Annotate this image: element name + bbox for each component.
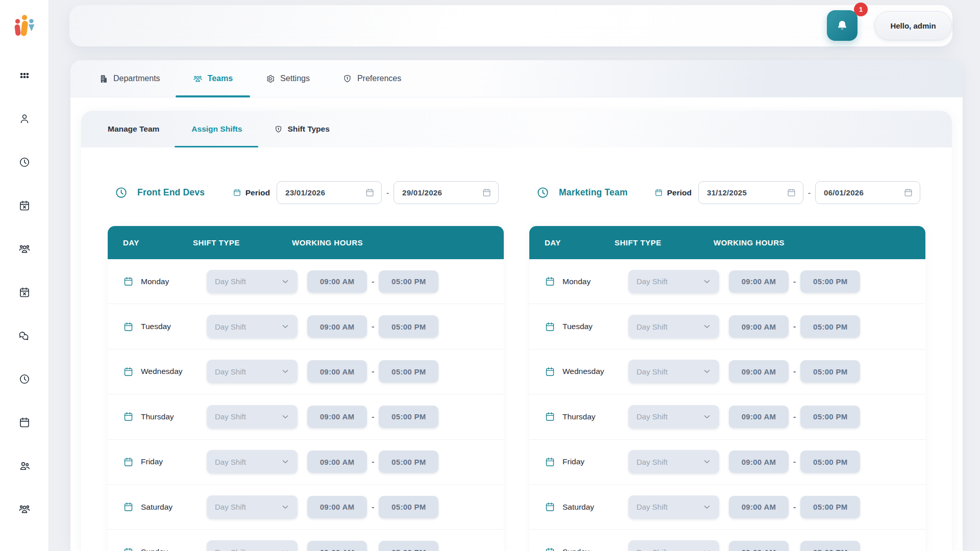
time-end-input[interactable]: 05:00 PM	[379, 270, 438, 293]
time-end-input[interactable]: 05:00 PM	[379, 406, 438, 428]
time-start-input[interactable]: 09:00 AM	[307, 450, 367, 473]
time-start-input[interactable]: 09:00 AM	[729, 496, 789, 518]
subtab-shift-types[interactable]: Shift Types	[274, 111, 329, 147]
working-hours-cell: 09:00 AM - 05:00 PM	[307, 315, 504, 338]
header-card: 1 Hello, admin	[69, 5, 952, 46]
shift-type-select[interactable]: Day Shift	[207, 315, 298, 338]
sidebar-nav	[0, 69, 48, 546]
sidebar-item-users-group[interactable]	[18, 243, 31, 255]
sidebar-item-calendar-x[interactable]	[18, 199, 31, 212]
sidebar-item-chat[interactable]	[18, 330, 31, 342]
shift-type-select[interactable]: Day Shift	[207, 540, 298, 551]
day-cell: Tuesday	[108, 321, 207, 332]
shift-type-select[interactable]: Day Shift	[628, 360, 719, 383]
time-end-input[interactable]: 05:00 PM	[379, 541, 438, 551]
time-separator: -	[372, 367, 374, 376]
subtab-manage-team[interactable]: Manage Team	[108, 111, 159, 147]
time-end-input[interactable]: 05:00 PM	[379, 315, 438, 338]
sidebar-item-clock[interactable]	[18, 156, 31, 168]
time-start-input[interactable]: 09:00 AM	[307, 406, 367, 428]
table-row: Friday Day Shift 09:00 AM - 05:00 PM	[529, 440, 925, 485]
gear-icon	[265, 74, 275, 84]
users-group-icon	[193, 74, 203, 84]
tab-preferences[interactable]: Preferences	[342, 60, 401, 97]
tab-departments[interactable]: Departments	[99, 60, 160, 97]
time-start-input[interactable]: 09:00 AM	[307, 496, 367, 518]
time-end-input[interactable]: 05:00 PM	[800, 315, 860, 338]
time-start-input[interactable]: 09:00 AM	[729, 315, 789, 338]
shift-type-select[interactable]: Day Shift	[628, 450, 719, 473]
sidebar-item-calendar[interactable]	[18, 416, 31, 429]
period-end-input[interactable]: 29/01/2026	[394, 181, 499, 204]
calendar-icon	[123, 457, 134, 467]
period-end-input[interactable]: 06/01/2026	[815, 181, 920, 204]
shield-icon	[342, 74, 352, 84]
shift-type-select[interactable]: Day Shift	[207, 495, 298, 519]
column-header-day: DAY	[529, 238, 615, 247]
shift-type-select[interactable]: Day Shift	[628, 270, 719, 293]
sidebar-item-users-group[interactable]	[18, 503, 31, 515]
sidebar-item-users-two[interactable]	[18, 460, 31, 472]
time-start-input[interactable]: 09:00 AM	[729, 450, 789, 473]
shift-type-select[interactable]: Day Shift	[207, 405, 298, 429]
greeting-label: Hello, admin	[890, 21, 936, 30]
shift-type-select[interactable]: Day Shift	[628, 540, 719, 551]
tab-teams[interactable]: Teams	[193, 60, 233, 97]
time-end-input[interactable]: 05:00 PM	[800, 496, 860, 518]
time-end-input[interactable]: 05:00 PM	[379, 360, 438, 383]
time-end-input[interactable]: 05:00 PM	[800, 450, 860, 473]
table-row: Tuesday Day Shift 09:00 AM - 05:00 PM	[529, 304, 925, 349]
time-separator: -	[793, 277, 796, 286]
shift-rows: Monday Day Shift 09:00 AM - 05:00 PM Tue…	[108, 259, 504, 551]
shift-type-select[interactable]: Day Shift	[628, 495, 719, 519]
period-start-input[interactable]: 23/01/2026	[277, 181, 382, 204]
chevron-down-icon	[702, 503, 712, 512]
tab-label: Preferences	[357, 74, 401, 83]
user-greeting-button[interactable]: Hello, admin	[874, 11, 952, 40]
time-end-input[interactable]: 05:00 PM	[379, 496, 438, 518]
shift-type-select[interactable]: Day Shift	[207, 270, 298, 293]
time-separator: -	[372, 457, 374, 466]
day-label: Tuesday	[141, 322, 171, 331]
day-label: Sunday	[141, 547, 168, 551]
calendar-icon	[123, 276, 134, 287]
shield-icon	[274, 125, 283, 134]
table-row: Wednesday Day Shift 09:00 AM - 05:00 PM	[108, 349, 504, 394]
table-row: Sunday Day Shift 09:00 AM - 05:00 PM	[108, 530, 504, 551]
shift-type-cell: Day Shift	[207, 270, 307, 293]
subtab-assign-shifts[interactable]: Assign Shifts	[191, 111, 242, 147]
time-start-input[interactable]: 09:00 AM	[729, 270, 789, 293]
team-header: Marketing Team Period 31/12/2025 - 06/01…	[529, 181, 925, 204]
time-start-input[interactable]: 09:00 AM	[307, 541, 367, 551]
time-end-input[interactable]: 05:00 PM	[800, 406, 860, 428]
time-start-input[interactable]: 09:00 AM	[307, 315, 367, 338]
time-end-input[interactable]: 05:00 PM	[800, 360, 860, 383]
shift-type-select[interactable]: Day Shift	[207, 360, 298, 383]
period-start-input[interactable]: 31/12/2025	[698, 181, 803, 204]
sidebar-item-apps-grid[interactable]	[18, 69, 31, 82]
subtab-label: Assign Shifts	[191, 124, 242, 134]
table-row: Thursday Day Shift 09:00 AM - 05:00 PM	[108, 394, 504, 439]
tab-settings[interactable]: Settings	[265, 60, 310, 97]
day-cell: Wednesday	[108, 366, 207, 377]
period-group: Period 31/12/2025 - 06/01/2026	[654, 181, 925, 204]
time-end-input[interactable]: 05:00 PM	[800, 541, 860, 551]
period-end-value: 06/01/2026	[824, 188, 903, 197]
day-cell: Monday	[108, 276, 207, 287]
sidebar-item-user[interactable]	[18, 113, 31, 125]
time-end-input[interactable]: 05:00 PM	[379, 450, 438, 473]
shift-type-select[interactable]: Day Shift	[628, 315, 719, 338]
time-start-input[interactable]: 09:00 AM	[729, 541, 789, 551]
time-start-input[interactable]: 09:00 AM	[729, 360, 789, 383]
shift-type-select[interactable]: Day Shift	[628, 405, 719, 429]
sidebar-item-calendar-x[interactable]	[18, 286, 31, 298]
time-separator: -	[793, 457, 796, 466]
shift-type-select[interactable]: Day Shift	[207, 450, 298, 473]
time-end-input[interactable]: 05:00 PM	[800, 270, 860, 293]
shift-type-value: Day Shift	[215, 503, 246, 511]
time-start-input[interactable]: 09:00 AM	[729, 406, 789, 428]
time-start-input[interactable]: 09:00 AM	[307, 360, 367, 383]
sidebar-item-clock[interactable]	[18, 373, 31, 385]
time-start-input[interactable]: 09:00 AM	[307, 270, 367, 293]
notification-bell-button[interactable]: 1	[827, 10, 857, 41]
